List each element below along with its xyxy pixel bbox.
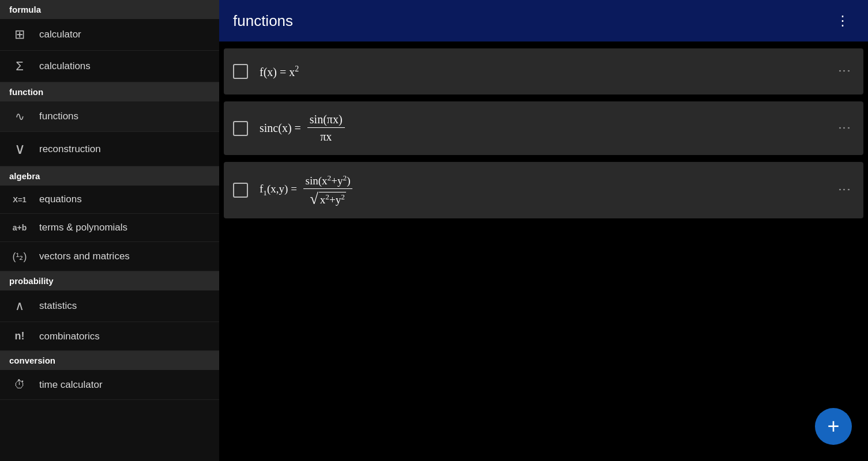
vectors-icon: (¹₂) (9, 250, 30, 263)
formula-more-2[interactable]: ⋮ (835, 119, 854, 138)
add-fab-button[interactable]: + (815, 408, 852, 445)
formula-checkbox-2[interactable] (233, 121, 248, 136)
statistics-icon: ∧ (9, 298, 30, 313)
formula-card-2: sinc(x) = sin(πx) πx ⋮ (224, 101, 863, 155)
formula-card-3: f1(x,y) = sin(x2+y2) √ x2+y2 ⋮ (224, 162, 863, 218)
sidebar-label-statistics: statistics (39, 300, 77, 312)
formula-content-2: sinc(x) = sin(πx) πx (260, 113, 823, 143)
formula-checkbox-3[interactable] (233, 183, 248, 198)
sqrt-icon: √ (310, 191, 318, 207)
time-icon: ⏱ (9, 378, 30, 391)
sidebar-item-calculations[interactable]: Σ calculations (0, 51, 219, 82)
sidebar-label-equations: equations (39, 194, 82, 205)
sidebar-header-function: function (0, 82, 219, 101)
sidebar-header-conversion: conversion (0, 351, 219, 370)
sidebar: formula ⊞ calculator Σ calculations func… (0, 0, 219, 461)
sidebar-label-calculations: calculations (39, 61, 91, 72)
equations-icon: X=1 (9, 195, 30, 204)
sigma-icon: Σ (9, 59, 30, 74)
v-icon: ∨ (9, 140, 30, 158)
main-title: functions (233, 12, 293, 30)
polynomials-icon: a+b (9, 223, 30, 232)
sidebar-item-time[interactable]: ⏱ time calculator (0, 370, 219, 400)
sidebar-item-vectors[interactable]: (¹₂) vectors and matrices (0, 242, 219, 271)
sidebar-header-probability: probability (0, 271, 219, 290)
more-options-icon[interactable]: ⋮ (831, 10, 854, 31)
sidebar-label-calculator: calculator (39, 29, 81, 40)
formula-more-1[interactable]: ⋮ (835, 62, 854, 81)
sidebar-label-reconstruction: reconstruction (39, 143, 101, 155)
sidebar-item-combinatorics[interactable]: n! combinatorics (0, 322, 219, 351)
sidebar-item-calculator[interactable]: ⊞ calculator (0, 19, 219, 51)
sidebar-item-equations[interactable]: X=1 equations (0, 186, 219, 214)
formula-more-3[interactable]: ⋮ (835, 181, 854, 199)
formula-content-1: f(x) = x2 (260, 65, 823, 79)
sidebar-label-polynomials: terms & polynomials (39, 222, 127, 233)
wave-icon: ∿ (9, 109, 30, 123)
sidebar-label-functions: functions (39, 111, 78, 122)
sidebar-label-time: time calculator (39, 379, 103, 391)
formula-content-3: f1(x,y) = sin(x2+y2) √ x2+y2 (260, 173, 823, 207)
combinatorics-icon: n! (9, 330, 30, 342)
sidebar-header-algebra: algebra (0, 167, 219, 186)
calculator-icon: ⊞ (9, 27, 30, 42)
main-content: functions ⋮ f(x) = x2 ⋮ sinc(x) = sin(πx… (219, 0, 868, 461)
sidebar-item-statistics[interactable]: ∧ statistics (0, 290, 219, 322)
formula-list: f(x) = x2 ⋮ sinc(x) = sin(πx) πx ⋮ (219, 41, 868, 461)
sidebar-header-formula: formula (0, 0, 219, 19)
formula-card-1: f(x) = x2 ⋮ (224, 48, 863, 95)
sidebar-item-polynomials[interactable]: a+b terms & polynomials (0, 214, 219, 242)
sidebar-label-combinatorics: combinatorics (39, 331, 100, 342)
formula-checkbox-1[interactable] (233, 64, 248, 79)
sidebar-item-reconstruction[interactable]: ∨ reconstruction (0, 132, 219, 167)
main-header: functions ⋮ (219, 0, 868, 41)
sidebar-item-functions[interactable]: ∿ functions (0, 101, 219, 132)
sidebar-label-vectors: vectors and matrices (39, 251, 130, 262)
